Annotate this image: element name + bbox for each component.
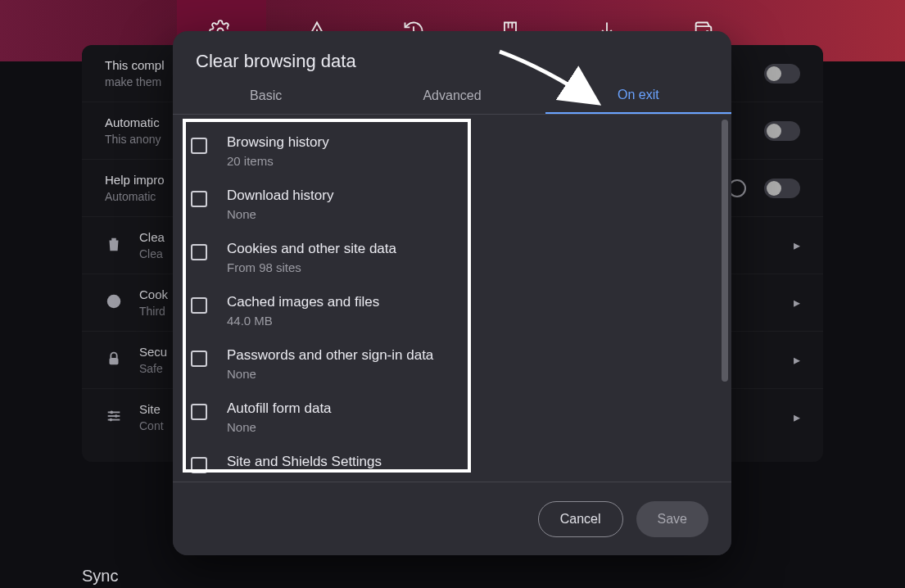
scrollbar[interactable] <box>722 120 728 382</box>
option-cached-images[interactable]: Cached images and files 44.0 MB <box>191 284 715 337</box>
setting-subtitle: Third <box>139 305 168 318</box>
checkbox[interactable] <box>191 351 207 367</box>
option-subtitle: None <box>227 367 433 381</box>
checkbox[interactable] <box>191 244 207 260</box>
lock-icon <box>105 350 123 371</box>
option-title: Download history <box>227 188 333 204</box>
sliders-icon <box>105 407 123 428</box>
setting-subtitle: Clea <box>139 247 165 260</box>
save-button[interactable]: Save <box>636 501 708 537</box>
toggle-switch[interactable] <box>764 121 800 141</box>
option-autofill[interactable]: Autofill form data None <box>191 391 715 444</box>
tab-basic[interactable]: Basic <box>173 77 359 114</box>
setting-title: Clea <box>139 230 165 244</box>
toggle-switch[interactable] <box>764 179 800 198</box>
checkbox[interactable] <box>191 404 207 420</box>
tab-advanced[interactable]: Advanced <box>359 77 545 114</box>
svg-point-10 <box>115 298 116 300</box>
setting-title: Automatic <box>105 115 161 129</box>
cookie-icon <box>105 292 123 314</box>
svg-point-11 <box>112 302 114 304</box>
chevron-right-icon: ▸ <box>794 409 800 425</box>
option-title: Site and Shields Settings <box>227 454 382 470</box>
option-title: Passwords and other sign-in data <box>227 347 433 364</box>
svg-rect-13 <box>110 358 119 364</box>
option-subtitle: None <box>227 420 332 434</box>
option-subtitle: From 98 sites <box>227 260 396 274</box>
setting-subtitle: Cont <box>139 419 164 432</box>
clear-browsing-data-dialog: Clear browsing data Basic Advanced On ex… <box>173 31 731 555</box>
setting-title: Secu <box>139 345 167 359</box>
option-subtitle: 20 items <box>227 154 329 168</box>
svg-point-17 <box>110 410 113 414</box>
svg-point-9 <box>111 299 112 301</box>
option-browsing-history[interactable]: Browsing history 20 items <box>191 124 715 178</box>
chevron-right-icon: ▸ <box>794 352 800 368</box>
setting-title: This compl <box>105 58 165 72</box>
cancel-button[interactable]: Cancel <box>538 501 623 537</box>
trash-icon <box>105 235 123 256</box>
setting-subtitle: Safe <box>139 362 167 375</box>
setting-subtitle: make them <box>105 75 165 88</box>
option-subtitle: 44.0 MB <box>227 314 379 328</box>
checkbox[interactable] <box>191 138 207 154</box>
option-title: Cached images and files <box>227 294 379 310</box>
dialog-footer: Cancel Save <box>173 482 731 555</box>
setting-subtitle: Automatic <box>105 190 165 203</box>
chevron-right-icon: ▸ <box>794 295 800 310</box>
svg-point-8 <box>107 294 121 308</box>
chevron-right-icon: ▸ <box>794 237 800 253</box>
setting-title: Cook <box>139 287 168 301</box>
svg-point-12 <box>115 301 117 303</box>
setting-title: Help impro <box>105 173 165 187</box>
checkbox[interactable] <box>191 457 207 473</box>
tab-on-exit[interactable]: On exit <box>545 77 731 114</box>
option-title: Browsing history <box>227 134 329 151</box>
svg-point-19 <box>110 418 113 421</box>
option-title: Cookies and other site data <box>227 241 396 257</box>
dialog-body: Browsing history 20 items Download histo… <box>173 115 731 482</box>
svg-point-18 <box>115 414 118 418</box>
sync-heading: Sync <box>82 567 118 586</box>
option-subtitle: None <box>227 207 333 221</box>
dialog-title: Clear browsing data <box>173 31 731 77</box>
option-title: Autofill form data <box>227 400 332 417</box>
checkbox[interactable] <box>191 297 207 314</box>
option-passwords[interactable]: Passwords and other sign-in data None <box>191 337 715 391</box>
option-site-shields[interactable]: Site and Shields Settings <box>191 444 715 482</box>
setting-subtitle: This anony <box>105 133 161 146</box>
dialog-tabs: Basic Advanced On exit <box>173 77 731 115</box>
setting-title: Site <box>139 402 164 416</box>
option-download-history[interactable]: Download history None <box>191 178 715 231</box>
option-cookies[interactable]: Cookies and other site data From 98 site… <box>191 231 715 284</box>
checkbox[interactable] <box>191 191 207 207</box>
toggle-switch[interactable] <box>764 64 800 84</box>
